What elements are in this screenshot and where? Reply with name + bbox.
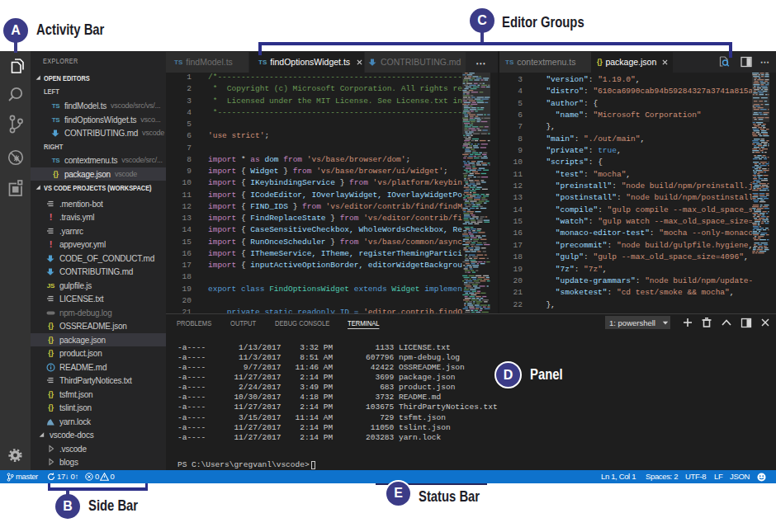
svg-text:⋯: ⋯: [760, 57, 770, 67]
